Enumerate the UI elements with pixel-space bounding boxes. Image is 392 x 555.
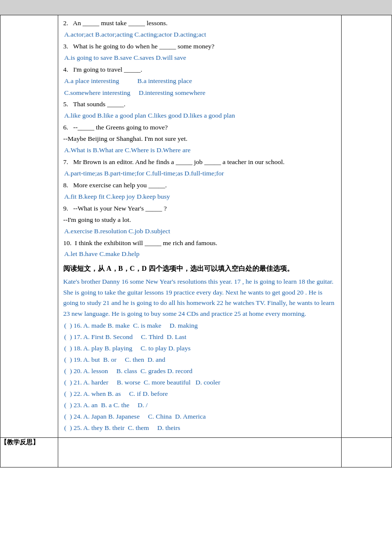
q2-text: 2. An _____ must take _____ lessons. xyxy=(63,19,168,27)
cloze-list: ( ) 16. A. made B. make C. is make D. ma… xyxy=(63,321,336,433)
question-9: 9. --What is your New Year's _____ ? xyxy=(63,204,336,214)
cloze-item-23: ( ) 23. A. an B. a C. the D. / xyxy=(63,400,336,411)
bottom-label: 【教学反思】 xyxy=(0,437,58,467)
cloze-item-21: ( ) 21. A. harder B. worse C. more beaut… xyxy=(63,378,336,388)
q9-options: A.exercise B.resolution C.job D.subject xyxy=(63,226,336,237)
cloze-item-16: ( ) 16. A. made B. make C. is make D. ma… xyxy=(63,321,336,331)
q5-options: A.like good B.like a good plan C.likes g… xyxy=(63,111,336,121)
main-table: 2. An _____ must take _____ lessons. A.a… xyxy=(0,15,392,468)
q10-options: A.let B.have C.make D.help xyxy=(63,249,336,259)
left-column xyxy=(0,15,58,438)
bottom-row: 【教学反思】 xyxy=(0,437,392,467)
q2-options: A.actor;act B.actor;acting C.acting;acto… xyxy=(63,30,336,40)
q3-options: A.is going to save B.save C.saves D.will… xyxy=(63,53,336,63)
q9-sub: --I'm going to study a lot. xyxy=(63,215,336,225)
question-10: 10. I think the exhibiiton will _____ me… xyxy=(63,238,336,249)
q6-options: A.What is B.What are C.Where is D.Where … xyxy=(63,145,336,156)
right-column xyxy=(342,15,392,438)
cloze-item-18: ( ) 18. A. play B. playing C. to play D.… xyxy=(63,343,336,354)
main-column: 2. An _____ must take _____ lessons. A.a… xyxy=(58,15,341,438)
bottom-main xyxy=(58,437,341,467)
q7-options: A.part-time;as B.part-time;for C.full-ti… xyxy=(63,169,336,179)
question-4: 4. I'm going to travel _____. xyxy=(63,65,336,75)
q4-options-a: A.a place interesting B.a interesting pl… xyxy=(63,76,336,86)
content-row: 2. An _____ must take _____ lessons. A.a… xyxy=(0,15,392,438)
bottom-right xyxy=(342,437,392,467)
cloze-item-17: ( ) 17. A. First B. Second C. Third D. L… xyxy=(63,332,336,342)
question-7: 7. Mr Brown is an editor. And he finds a… xyxy=(63,157,336,168)
question-5: 5. That sounds _____. xyxy=(63,99,336,110)
question-3: 3. What is he going to do when he _____ … xyxy=(63,42,336,52)
question-8: 8. More exercise can help you _____. xyxy=(63,180,336,191)
q4-options-b: C.somewhere interesting D.interesting so… xyxy=(63,88,336,98)
q6-sub: --Maybe Beijing or Shanghai. I'm not sur… xyxy=(63,134,336,144)
page: 2. An _____ must take _____ lessons. A.a… xyxy=(0,15,392,555)
question-6: 6. --_____ the Greens going to move? xyxy=(63,123,336,133)
cloze-item-22: ( ) 22. A. when B. as C. if D. before xyxy=(63,389,336,399)
question-2: 2. An _____ must take _____ lessons. xyxy=(63,18,336,29)
section-title: 阅读短文，从 A，B，C，D 四个选项中，选出可以填入空白处的最佳选项。 xyxy=(63,263,336,274)
cloze-item-25: ( ) 25. A. they B. their C. them D. thei… xyxy=(63,423,336,433)
cloze-item-24: ( ) 24. A. Japan B. Japanese C. China D.… xyxy=(63,412,336,422)
passage-text: Kate's brother Danny 16 some New Year's … xyxy=(63,276,336,319)
q8-options: A.fit B.keep fit C.keep joy D.keep busy xyxy=(63,192,336,202)
cloze-item-20: ( ) 20. A. lesson B. class C. grades D. … xyxy=(63,366,336,377)
cloze-item-19: ( ) 19. A. but B. or C. then D. and xyxy=(63,355,336,365)
content-area: 2. An _____ must take _____ lessons. A.a… xyxy=(58,15,341,437)
